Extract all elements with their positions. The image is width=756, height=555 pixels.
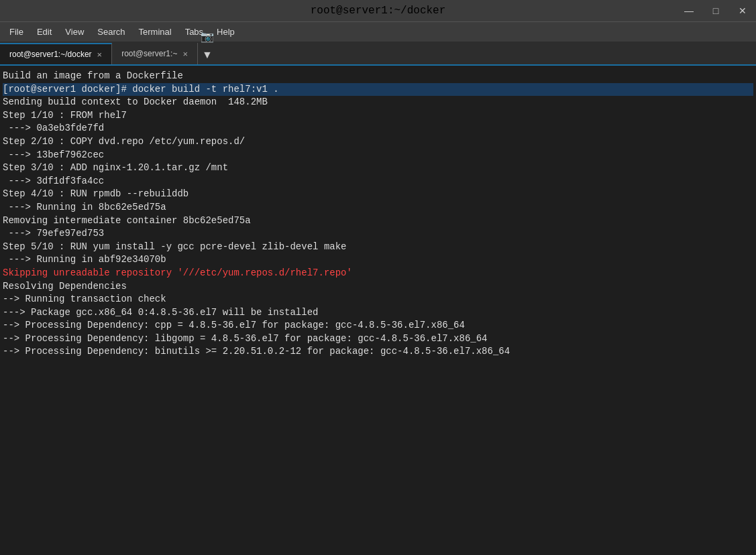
tab-dropdown-button[interactable]: ▼ [198,46,217,64]
minimize-button[interactable]: — [676,0,702,21]
terminal-line: Step 3/10 : ADD nginx-1.20.1.tar.gz /mnt [3,162,753,175]
tab-tab2[interactable]: root@server1:~× [112,43,198,64]
terminal-line: ---> Running in 8bc62e5ed75a [3,201,753,214]
terminal-line: --> Processing Dependency: binutils >= 2… [3,345,753,359]
close-button[interactable]: ✕ [729,0,756,21]
terminal-line: --> Running transaction check [3,293,753,306]
tab-label: root@server1:~ [121,49,177,58]
tab-tab1[interactable]: root@server1:~/docker× [0,43,112,64]
terminal-line: Build an image from a Dockerfile [3,70,753,83]
titlebar-controls: — □ ✕ [676,0,756,21]
terminal-line: Step 5/10 : RUN yum install -y gcc pcre-… [3,241,753,254]
terminal-line: Removing intermediate container 8bc62e5e… [3,214,753,228]
terminal-line: ---> 79efe97ed753 [3,227,753,241]
terminal-line: Resolving Dependencies [3,280,753,294]
tab-label: root@server1:~/docker [9,50,92,59]
terminal-line: ---> 0a3eb3fde7fd [3,122,753,135]
tabbar-actions: 📷▼ [198,27,217,64]
titlebar: root@server1:~/docker — □ ✕ [0,0,756,21]
terminal-line: ---> 13bef7962cec [3,149,753,162]
maximize-button[interactable]: □ [702,0,729,21]
tab-close-icon[interactable]: × [182,50,188,58]
terminal-line: Skipping unreadable repository '///etc/y… [3,267,753,280]
menu-item-edit[interactable]: Edit [30,24,58,40]
tab-close-icon[interactable]: × [97,50,103,59]
titlebar-title: root@server1:~/docker [311,5,446,17]
terminal-content[interactable]: Build an image from a Dockerfile[root@se… [0,66,756,555]
menubar: FileEditViewSearchTerminalTabsHelp [0,21,756,42]
menu-item-file[interactable]: File [3,24,30,40]
terminal-line: Step 4/10 : RUN rpmdb --rebuilddb [3,188,753,201]
menu-item-search[interactable]: Search [91,24,131,40]
menu-item-view[interactable]: View [58,24,91,40]
terminal-line: Step 1/10 : FROM rhel7 [3,109,753,123]
terminal-line: --> Processing Dependency: cpp = 4.8.5-3… [3,319,753,332]
tabbar: root@server1:~/docker×root@server1:~×📷▼ [0,42,756,66]
terminal-line: Sending build context to Docker daemon 1… [3,96,753,109]
terminal-line: ---> 3df1df3fa4cc [3,175,753,188]
terminal-line: --> Processing Dependency: libgomp = 4.8… [3,332,753,346]
menu-item-terminal[interactable]: Terminal [132,24,178,40]
terminal-line: [root@server1 docker]# docker build -t r… [3,83,753,97]
new-tab-button[interactable]: 📷 [198,27,217,46]
terminal-line: ---> Package gcc.x86_64 0:4.8.5-36.el7 w… [3,306,753,320]
terminal-line: Step 2/10 : COPY dvd.repo /etc/yum.repos… [3,135,753,149]
terminal-line: ---> Running in abf92e34070b [3,253,753,267]
